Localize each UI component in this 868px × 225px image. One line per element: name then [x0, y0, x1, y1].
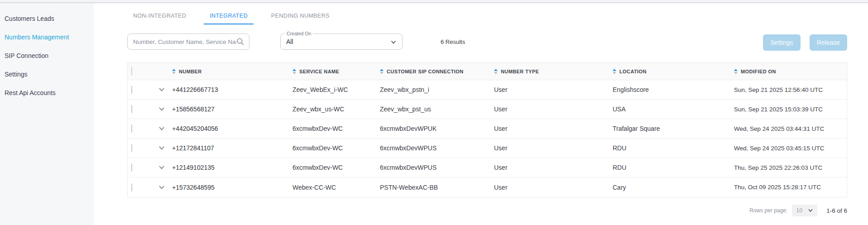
rows-per-page-label: Rows per page:: [749, 207, 787, 214]
cell-customer-sip-connection: 6xcmwbxDevWPUS: [380, 164, 494, 171]
column-header-number[interactable]: NUMBER: [172, 69, 293, 74]
column-header-modified-on[interactable]: MODIFIED ON: [734, 69, 847, 74]
sidebar-item-settings[interactable]: Settings: [0, 65, 94, 83]
chevron-down-icon[interactable]: [158, 164, 165, 171]
chevron-down-icon[interactable]: [158, 86, 165, 93]
tab-bar: NON-INTEGRATED INTEGRATED PENDING NUMBER…: [127, 12, 868, 24]
select-all-cell: [128, 67, 151, 76]
table-row: +15856568127 Zeev_wbx_us-WC Zeev_wbx_pst…: [128, 100, 847, 119]
row-expand-cell: [151, 144, 172, 152]
table-row: +442045204056 6xcmwbxDev-WC 6xcmwbxDevWP…: [128, 119, 847, 139]
cell-customer-sip-connection: PSTN-WebexAC-BB: [380, 184, 494, 191]
rows-per-page-value: 10: [796, 207, 802, 214]
sort-icon: [172, 69, 176, 74]
search-icon: [236, 38, 245, 46]
row-select-cell: [128, 184, 151, 191]
main-content: NON-INTEGRATED INTEGRATED PENDING NUMBER…: [94, 3, 868, 225]
column-label: NUMBER TYPE: [501, 69, 539, 74]
top-strip: [0, 0, 868, 3]
cell-number: +15856568127: [172, 105, 293, 113]
column-label: LOCATION: [619, 69, 647, 74]
sidebar-item-rest-api-accounts[interactable]: Rest Api Accounts: [0, 83, 94, 102]
row-checkbox[interactable]: [131, 144, 132, 152]
cell-number-type: User: [494, 125, 613, 132]
chevron-down-icon[interactable]: [158, 125, 165, 132]
cell-number-type: User: [494, 184, 613, 191]
row-checkbox[interactable]: [131, 163, 132, 172]
cell-service-name: 6xcmwbxDev-WC: [293, 144, 380, 152]
cell-number-type: User: [494, 144, 613, 152]
row-select-cell: [128, 105, 151, 113]
cell-number: +441226667713: [172, 86, 293, 93]
chevron-down-icon[interactable]: [158, 105, 165, 113]
rows-per-page-select[interactable]: 10: [792, 205, 817, 216]
search-input[interactable]: [133, 38, 236, 45]
results-count: 6 Results: [441, 38, 465, 45]
settings-button[interactable]: Settings: [763, 34, 801, 51]
column-header-service-name[interactable]: SERVICE NAME: [293, 69, 380, 74]
column-label: CUSTOMER SIP CONNECTION: [387, 69, 464, 74]
cell-modified-on: Thu, Oct 09 2025 15:28:17 UTC: [734, 184, 847, 191]
sidebar-item-sip-connection[interactable]: SIP Connection: [0, 46, 94, 65]
table-row: +12149102135 6xcmwbxDev-WC 6xcmwbxDevWPU…: [128, 158, 847, 177]
column-header-location[interactable]: LOCATION: [613, 69, 734, 74]
tab-non-integrated[interactable]: NON-INTEGRATED: [127, 12, 192, 24]
tab-pending-numbers[interactable]: PENDING NUMBERS: [265, 12, 336, 24]
sort-icon: [380, 69, 384, 74]
chevron-down-icon: [390, 39, 397, 45]
row-checkbox[interactable]: [131, 105, 132, 113]
cell-modified-on: Sun, Sep 21 2025 12:56:40 UTC: [734, 86, 847, 93]
column-label: MODIFIED ON: [741, 69, 776, 74]
sidebar-item-numbers-management[interactable]: Numbers Management: [0, 28, 94, 46]
sort-icon: [613, 69, 616, 74]
cell-modified-on: Sun, Sep 21 2025 15:03:39 UTC: [734, 106, 847, 113]
column-header-customer-sip-connection[interactable]: CUSTOMER SIP CONNECTION: [380, 69, 494, 74]
cell-modified-on: Thu, Sep 25 2025 22:26:03 UTC: [734, 164, 847, 171]
numbers-table: NUMBER SERVICE NAME CUSTOMER SIP CONNECT…: [127, 62, 847, 197]
table-row: +441226667713 Zeev_WebEx_i-WC Zeev_wbx_p…: [128, 80, 847, 100]
row-checkbox[interactable]: [131, 86, 132, 94]
cell-service-name: Zeev_wbx_us-WC: [293, 105, 380, 113]
cell-customer-sip-connection: Zeev_wbx_pstn_i: [380, 86, 494, 93]
cell-location: Trafalgar Square: [613, 125, 734, 132]
cell-modified-on: Wed, Sep 24 2025 03:44:31 UTC: [734, 125, 847, 132]
row-checkbox[interactable]: [131, 124, 132, 133]
cell-number-type: User: [494, 164, 613, 171]
created-on-select[interactable]: Created On All: [280, 34, 403, 50]
table-row: +15732648595 Webex-CC-WC PSTN-WebexAC-BB…: [128, 177, 847, 197]
cell-number: +442045204056: [172, 125, 293, 132]
chevron-down-icon[interactable]: [158, 184, 165, 191]
row-select-cell: [128, 164, 151, 171]
row-expand-cell: [151, 184, 172, 191]
release-button[interactable]: Release: [810, 34, 847, 51]
sort-icon: [734, 69, 738, 74]
filter-row: Created On All 6 Results: [127, 34, 868, 50]
column-header-number-type[interactable]: NUMBER TYPE: [494, 69, 613, 74]
chevron-down-icon: [808, 208, 813, 213]
created-on-value: All: [286, 38, 293, 45]
pagination: Rows per page: 10 1-6 of 6: [127, 205, 847, 216]
sort-icon: [494, 69, 498, 74]
chevron-down-icon[interactable]: [158, 144, 165, 152]
select-all-checkbox[interactable]: [131, 67, 132, 76]
table-header: NUMBER SERVICE NAME CUSTOMER SIP CONNECT…: [128, 63, 847, 80]
cell-number: +12172841107: [172, 144, 293, 152]
tab-integrated[interactable]: INTEGRATED: [204, 12, 254, 24]
cell-service-name: Zeev_WebEx_i-WC: [293, 86, 380, 93]
cell-location: Englishscore: [613, 86, 734, 93]
cell-modified-on: Wed, Sep 24 2025 03:45:15 UTC: [734, 145, 847, 152]
cell-number: +12149102135: [172, 164, 293, 171]
row-checkbox[interactable]: [131, 183, 132, 191]
table-body: +441226667713 Zeev_WebEx_i-WC Zeev_wbx_p…: [128, 80, 847, 197]
column-label: NUMBER: [179, 69, 202, 74]
cell-location: RDU: [613, 164, 734, 171]
row-expand-cell: [151, 164, 172, 171]
cell-service-name: Webex-CC-WC: [293, 184, 380, 191]
sidebar-item-customers-leads[interactable]: Customers Leads: [0, 9, 94, 28]
row-expand-cell: [151, 86, 172, 93]
app-layout: Customers Leads Numbers Management SIP C…: [0, 3, 868, 225]
cell-number-type: User: [494, 86, 613, 93]
cell-service-name: 6xcmwbxDev-WC: [293, 125, 380, 132]
sort-icon: [293, 69, 296, 74]
cell-location: RDU: [613, 144, 734, 152]
